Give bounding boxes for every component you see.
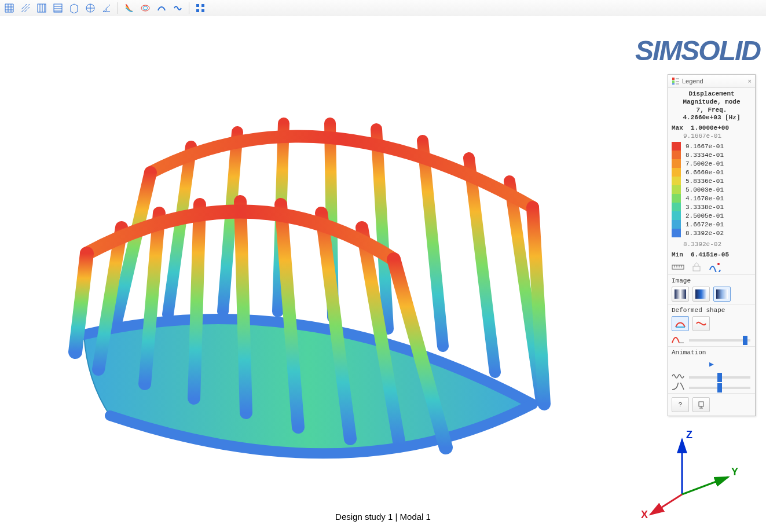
- svg-rect-37: [699, 402, 703, 406]
- axis-z-label: Z: [686, 429, 692, 441]
- legend-row: 8.3392e-02: [672, 229, 752, 237]
- tb-contour-a[interactable]: [122, 1, 136, 15]
- image-style-b[interactable]: [692, 287, 710, 302]
- legend-deformed-section: Deformed shape: [668, 304, 755, 346]
- coordinate-triad[interactable]: Z Y X: [627, 428, 743, 520]
- axis-y-label: Y: [731, 466, 738, 478]
- legend-close-icon[interactable]: ×: [748, 78, 752, 85]
- animation-speed-slider[interactable]: [689, 376, 750, 379]
- tb-hatch[interactable]: [19, 1, 32, 15]
- legend-row: 4.1670e-01: [672, 194, 752, 203]
- svg-line-22: [240, 201, 246, 413]
- deform-scale-icon: [672, 335, 684, 344]
- legend-row: 8.3334e-01: [672, 151, 752, 159]
- legend-row: 6.6669e-01: [672, 168, 752, 177]
- tb-contour-d[interactable]: [171, 1, 185, 15]
- legend-title: Legend: [682, 78, 703, 85]
- viewport-3d[interactable]: SIMSOLID: [0, 16, 766, 532]
- legend-row: 7.5002e-01: [672, 159, 752, 168]
- frequency-icon: [672, 372, 684, 380]
- study-label: Design study 1 | Modal 1: [335, 512, 431, 522]
- deformed-mirror[interactable]: [692, 316, 710, 331]
- toolbar-separator: [118, 2, 118, 14]
- legend-footer: ?: [668, 393, 755, 416]
- tb-mesh[interactable]: [2, 1, 16, 15]
- tb-contour-c[interactable]: [155, 1, 168, 15]
- deformed-on[interactable]: [672, 316, 689, 331]
- legend-header[interactable]: Legend ×: [668, 75, 755, 88]
- legend-min-row: Min 6.4151e-05: [668, 250, 755, 259]
- legend-top-tick: 9.1667e-01: [668, 133, 755, 142]
- legend-tool-row: [668, 259, 755, 274]
- tb-wire[interactable]: [67, 1, 81, 15]
- legend-icon: [672, 77, 680, 85]
- svg-rect-6: [201, 4, 204, 7]
- probe-icon[interactable]: [709, 262, 721, 272]
- image-style-c[interactable]: [713, 287, 731, 302]
- svg-rect-34: [672, 265, 684, 269]
- legend-row: 2.5005e-01: [672, 211, 752, 220]
- tb-pattern[interactable]: [193, 1, 207, 15]
- svg-line-21: [194, 204, 200, 398]
- legend-row: 3.3338e-01: [672, 203, 752, 211]
- svg-rect-5: [196, 4, 199, 7]
- legend-animation-section: Animation ▶: [668, 346, 755, 393]
- legend-max-row: Max 1.0000e+00: [668, 123, 755, 133]
- svg-line-14: [423, 141, 443, 346]
- axis-x-label: X: [641, 509, 648, 520]
- ruler-icon[interactable]: [672, 262, 684, 272]
- svg-rect-35: [693, 266, 700, 271]
- tb-angle[interactable]: [100, 1, 113, 15]
- svg-line-29: [682, 477, 728, 494]
- svg-line-30: [650, 494, 682, 515]
- tb-compass[interactable]: [83, 1, 97, 15]
- svg-line-9: [168, 146, 191, 314]
- legend-result-title: Displacement Magnitude, mode 7, Freq. 4.…: [668, 88, 755, 123]
- legend-image-section: Image: [668, 274, 755, 304]
- image-style-a[interactable]: [672, 287, 689, 302]
- legend-panel: Legend × Displacement Magnitude, mode 7,…: [668, 74, 756, 416]
- tb-contour-b[interactable]: [138, 1, 152, 15]
- svg-rect-7: [196, 9, 199, 12]
- svg-rect-33: [672, 83, 675, 85]
- brand-logo: SIMSOLID: [635, 35, 760, 67]
- animation-frames-slider[interactable]: [689, 387, 750, 389]
- lock-icon[interactable]: [690, 262, 703, 272]
- animation-play-button[interactable]: ▶: [672, 358, 752, 372]
- legend-row: 5.8336e-01: [672, 177, 752, 185]
- model-bridge: [52, 91, 562, 508]
- legend-color-scale: 9.1667e-018.3334e-017.5002e-016.6669e-01…: [668, 142, 755, 240]
- svg-point-36: [717, 263, 720, 265]
- svg-rect-8: [201, 9, 204, 12]
- legend-bottom-tick: 8.3392e-02: [668, 240, 755, 250]
- help-button[interactable]: ?: [672, 397, 689, 412]
- pin-button[interactable]: [692, 397, 710, 412]
- svg-rect-32: [672, 80, 675, 83]
- legend-row: 9.1667e-01: [672, 142, 752, 151]
- svg-rect-31: [672, 78, 675, 80]
- toolbar-separator: [189, 2, 189, 14]
- legend-row: 5.0003e-01: [672, 185, 752, 194]
- legend-row: 1.6672e-01: [672, 220, 752, 229]
- tb-grid-a[interactable]: [35, 1, 49, 15]
- main-toolbar: [0, 0, 766, 17]
- ease-icon: [672, 383, 684, 391]
- svg-point-4: [143, 6, 148, 10]
- tb-grid-b[interactable]: [51, 1, 65, 15]
- deform-scale-slider[interactable]: [689, 339, 750, 342]
